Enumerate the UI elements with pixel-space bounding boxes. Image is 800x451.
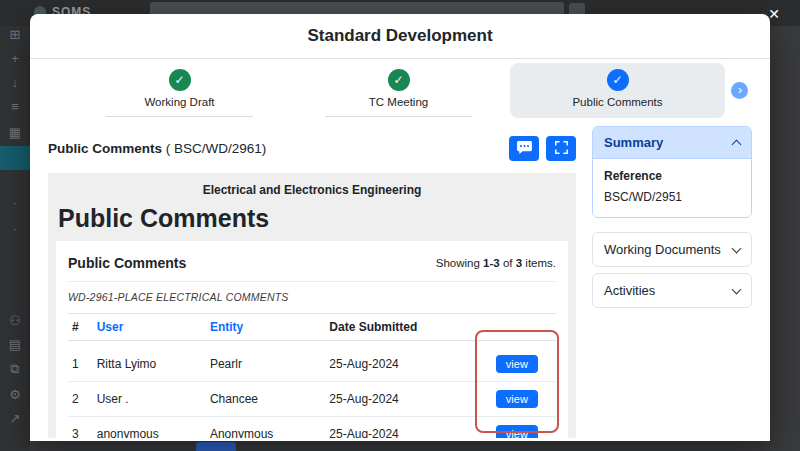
row-entity: Anonymous — [206, 417, 325, 439]
step-label: Public Comments — [572, 96, 662, 109]
view-button[interactable]: view — [496, 355, 538, 373]
modules-icon: ▦ — [0, 126, 30, 140]
share-icon: ↗ — [0, 412, 30, 426]
step-label: TC Meeting — [369, 96, 428, 109]
chevron-down-icon — [732, 284, 742, 294]
dot-icon: · — [0, 196, 30, 210]
row-number: 1 — [68, 341, 93, 382]
section-header: Public Comments ( BSC/WD/2961) — [48, 136, 576, 161]
step-public-comments[interactable]: ✓ Public Comments — [510, 63, 725, 118]
step-working-draft[interactable]: ✓ Working Draft — [72, 63, 287, 118]
side-panel: Summary Reference BSC/WD/2951 Working Do… — [592, 126, 752, 438]
row-entity: Pearlr — [206, 341, 325, 382]
comments-table-wrap: # User Entity Date Submitted 1 — [68, 313, 556, 438]
close-icon[interactable]: ✕ — [768, 7, 780, 21]
standard-development-modal: Standard Development ✓ Working Draft ✓ T… — [30, 14, 770, 441]
dot-icon: · — [0, 222, 30, 236]
committee-title: Electrical and Electronics Engineering — [56, 183, 568, 197]
users-icon: ⚇ — [0, 314, 30, 328]
col-date-submitted: Date Submitted — [325, 314, 477, 341]
draft-reference-subtitle: WD-2961-PLACE ELECTRICAL COMMENTS — [68, 291, 556, 303]
workflow-stepper: ✓ Working Draft ✓ TC Meeting ✓ Public Co… — [30, 59, 770, 120]
summary-title: Summary — [604, 135, 663, 150]
table-row: 2 User . Chancee 25-Aug-2024 view — [68, 382, 556, 417]
table-row: 3 anonymous Anonymous 25-Aug-2024 view — [68, 417, 556, 439]
stepper-next-icon[interactable]: › — [731, 82, 748, 99]
activities-accordion[interactable]: Activities — [592, 273, 752, 308]
step-done-check-icon: ✓ — [388, 69, 410, 91]
row-number: 2 — [68, 382, 93, 417]
modal-header: Standard Development — [30, 14, 770, 59]
card-title: Public Comments — [68, 255, 186, 271]
row-user: User . — [93, 382, 206, 417]
menu-icon: ≡ — [0, 100, 30, 114]
summary-accordion-body: Reference BSC/WD/2951 — [593, 158, 751, 217]
app-grid-icon: ⊞ — [0, 28, 30, 42]
row-date: 25-Aug-2024 — [325, 382, 477, 417]
page-heading: Public Comments — [56, 204, 568, 233]
row-date: 25-Aug-2024 — [325, 417, 477, 439]
settings-icon: ⚙ — [0, 388, 30, 402]
documents-icon: ▤ — [0, 338, 30, 352]
activities-label: Activities — [604, 283, 655, 298]
section-title-text: Public Comments — [48, 141, 162, 156]
step-label: Working Draft — [144, 96, 214, 109]
table-header-row: # User Entity Date Submitted — [68, 314, 556, 341]
comments-table: # User Entity Date Submitted 1 — [68, 313, 556, 438]
view-button[interactable]: view — [496, 425, 538, 438]
working-documents-label: Working Documents — [604, 242, 721, 257]
add-icon: + — [0, 52, 30, 66]
download-icon: ↓ — [0, 76, 30, 90]
summary-accordion: Summary Reference BSC/WD/2951 — [592, 126, 752, 218]
comments-panel: Electrical and Electronics Engineering P… — [48, 173, 576, 438]
public-comments-card: Public Comments Showing 1-3 of 3 items. … — [56, 241, 568, 438]
step-active-check-icon: ✓ — [607, 69, 629, 91]
working-documents-accordion[interactable]: Working Documents — [592, 232, 752, 267]
row-date: 25-Aug-2024 — [325, 341, 477, 382]
section-actions — [502, 136, 576, 161]
card-header: Public Comments Showing 1-3 of 3 items. — [68, 251, 556, 282]
table-row: 1 Ritta Lyimo Pearlr 25-Aug-2024 view — [68, 341, 556, 382]
col-number: # — [68, 314, 93, 341]
fullscreen-icon — [555, 141, 568, 157]
reference-value: BSC/WD/2951 — [604, 190, 740, 204]
section-reference: ( BSC/WD/2961) — [166, 141, 267, 156]
comments-button[interactable] — [509, 136, 539, 161]
row-entity: Chancee — [206, 382, 325, 417]
showing-summary: Showing 1-3 of 3 items. — [436, 257, 556, 269]
view-button[interactable]: view — [496, 390, 538, 408]
row-user: anonymous — [93, 417, 206, 439]
chevron-down-icon — [732, 243, 742, 253]
step-done-check-icon: ✓ — [169, 69, 191, 91]
modal-body: Public Comments ( BSC/WD/2961) — [30, 120, 770, 438]
col-user[interactable]: User — [93, 314, 206, 341]
main-column: Public Comments ( BSC/WD/2961) — [48, 126, 576, 438]
backdrop-active-nav-item — [0, 146, 34, 170]
col-entity[interactable]: Entity — [206, 314, 325, 341]
step-tc-meeting[interactable]: ✓ TC Meeting — [291, 63, 506, 118]
reference-label: Reference — [604, 169, 740, 183]
backdrop-bottom-button — [196, 442, 236, 451]
fullscreen-button[interactable] — [546, 136, 576, 161]
row-user: Ritta Lyimo — [93, 341, 206, 382]
section-title: Public Comments ( BSC/WD/2961) — [48, 141, 266, 156]
chat-icon — [517, 141, 532, 157]
chevron-up-icon — [732, 140, 742, 150]
copy-icon: ⧉ — [0, 362, 30, 376]
summary-accordion-header[interactable]: Summary — [593, 127, 751, 158]
col-actions — [478, 314, 556, 341]
modal-title: Standard Development — [307, 26, 492, 46]
row-number: 3 — [68, 417, 93, 439]
